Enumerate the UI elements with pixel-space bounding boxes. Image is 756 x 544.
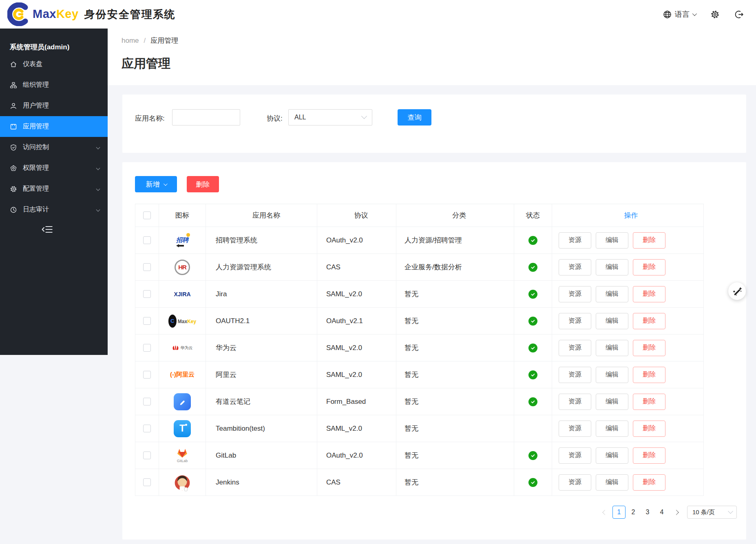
row-checkbox[interactable] (143, 478, 151, 486)
app-name-input[interactable] (172, 109, 240, 126)
logout-icon[interactable] (734, 10, 744, 19)
row-checkbox[interactable] (143, 344, 151, 352)
breadcrumb-separator: / (144, 37, 146, 45)
app-name-cell: 招聘管理系统 (216, 236, 257, 245)
row-checkbox[interactable] (143, 317, 151, 325)
resource-button[interactable]: 资源 (559, 286, 591, 302)
edit-button[interactable]: 编辑 (596, 394, 628, 410)
sidebar-item-label: 权限管理 (23, 164, 49, 172)
page-button-2[interactable]: 2 (627, 506, 640, 519)
table-row: GitLabGitLabOAuth_v2.0暂无资源编辑删除 (135, 442, 704, 469)
sidebar-item-user[interactable]: 用户管理 (0, 95, 108, 116)
resource-button[interactable]: 资源 (559, 447, 591, 464)
sidebar-menu: 仪表盘组织管理用户管理应用管理访问控制权限管理配置管理日志审计 (0, 54, 108, 220)
app-table: 图标应用名称协议分类状态操作招聘招聘管理系统OAuth_v2.0人力资源/招聘管… (135, 204, 704, 496)
user-icon (10, 102, 17, 110)
language-switcher[interactable]: 语言 (663, 9, 696, 19)
breadcrumb-home-link[interactable]: home (122, 37, 139, 45)
app-icon-jenkins (159, 469, 206, 496)
page-size-select[interactable]: 10 条/页 (687, 506, 737, 519)
add-button[interactable]: 新增 (135, 176, 177, 192)
delete-row-button[interactable]: 删除 (633, 367, 665, 383)
resource-button[interactable]: 资源 (559, 474, 591, 491)
delete-row-button[interactable]: 删除 (633, 394, 665, 410)
protocol-cell: OAuth_v2.0 (326, 451, 363, 460)
resource-button[interactable]: 资源 (559, 259, 591, 275)
search-panel: 应用名称: 协议: ALL 查询 (122, 95, 746, 153)
row-checkbox[interactable] (143, 425, 151, 432)
bulk-delete-button[interactable]: 删除 (187, 176, 219, 192)
sidebar-item-access[interactable]: 访问控制 (0, 137, 108, 158)
brand: Max Key 身份安全管理系统 (33, 7, 176, 22)
row-checkbox[interactable] (143, 290, 151, 298)
table-row: 有道云笔记Form_Based暂无资源编辑删除 (135, 388, 704, 415)
resource-button[interactable]: 资源 (559, 421, 591, 437)
row-checkbox[interactable] (143, 371, 151, 379)
delete-row-button[interactable]: 删除 (633, 313, 665, 329)
sidebar-item-audit[interactable]: 日志审计 (0, 199, 108, 220)
edit-button[interactable]: 编辑 (596, 421, 628, 437)
row-checkbox[interactable] (143, 398, 151, 405)
row-checkbox[interactable] (143, 236, 151, 244)
select-all-checkbox[interactable] (143, 211, 151, 219)
row-checkbox[interactable] (143, 451, 151, 459)
category-cell: 暂无 (405, 451, 418, 460)
delete-row-button[interactable]: 删除 (633, 421, 665, 437)
gear-icon[interactable] (710, 10, 720, 19)
resource-button[interactable]: 资源 (559, 232, 591, 249)
table-row: XJIRAJiraSAML_v2.0暂无资源编辑删除 (135, 281, 704, 308)
delete-row-button[interactable]: 删除 (633, 340, 665, 356)
delete-row-button[interactable]: 删除 (633, 232, 665, 249)
app-icon-jira: XJIRA (159, 281, 206, 308)
delete-row-button[interactable]: 删除 (633, 474, 665, 491)
edit-button[interactable]: 编辑 (596, 447, 628, 464)
edit-button[interactable]: 编辑 (596, 367, 628, 383)
page-button-1[interactable]: 1 (612, 506, 626, 519)
edit-button[interactable]: 编辑 (596, 286, 628, 302)
status-active-icon (528, 397, 537, 406)
category-cell: 暂无 (405, 316, 418, 326)
page-button-4[interactable]: 4 (655, 506, 668, 519)
prev-page-button[interactable] (598, 506, 611, 519)
app-icon (10, 123, 17, 130)
pagination: 123410 条/页 (598, 506, 737, 519)
edit-button[interactable]: 编辑 (596, 259, 628, 275)
app-header: Max Key 身份安全管理系统 语言 (0, 0, 756, 29)
sidebar-item-permission[interactable]: 权限管理 (0, 158, 108, 178)
edit-button[interactable]: 编辑 (596, 474, 628, 491)
gear-icon (10, 185, 17, 193)
page-button-3[interactable]: 3 (641, 506, 654, 519)
sidebar-item-app[interactable]: 应用管理 (0, 116, 108, 137)
category-cell: 企业服务/数据分析 (405, 262, 462, 272)
resource-button[interactable]: 资源 (559, 367, 591, 383)
app-icon-youdao (159, 388, 206, 415)
resource-button[interactable]: 资源 (559, 313, 591, 329)
edit-button[interactable]: 编辑 (596, 313, 628, 329)
logo-c-icon (7, 2, 30, 26)
edit-button[interactable]: 编辑 (596, 232, 628, 249)
status-active-icon (528, 290, 537, 299)
chevron-down-icon (163, 182, 167, 186)
next-page-button[interactable] (670, 506, 683, 519)
magic-wand-floating-button[interactable] (728, 282, 746, 300)
header-actions: 语言 (663, 9, 756, 19)
resource-button[interactable]: 资源 (559, 394, 591, 410)
delete-row-button[interactable]: 删除 (633, 447, 665, 464)
search-button[interactable]: 查询 (398, 109, 431, 126)
row-checkbox[interactable] (143, 263, 151, 271)
table-row: 华为云华为云SAML_v2.0暂无资源编辑删除 (135, 335, 704, 361)
category-cell: 暂无 (405, 397, 418, 406)
protocol-select-value: ALL (294, 114, 306, 121)
delete-row-button[interactable]: 删除 (633, 286, 665, 302)
menu-fold-icon[interactable] (42, 225, 53, 236)
edit-button[interactable]: 编辑 (596, 340, 628, 356)
resource-button[interactable]: 资源 (559, 340, 591, 356)
sidebar-item-org[interactable]: 组织管理 (0, 75, 108, 95)
maxkey-logo-icon (7, 2, 30, 26)
sidebar-item-dashboard[interactable]: 仪表盘 (0, 54, 108, 75)
sidebar-item-config[interactable]: 配置管理 (0, 178, 108, 199)
delete-row-button[interactable]: 删除 (633, 259, 665, 275)
brand-key: Key (56, 7, 79, 21)
protocol-select[interactable]: ALL (288, 109, 372, 126)
protocol-cell: OAuth_v2.0 (326, 236, 363, 244)
